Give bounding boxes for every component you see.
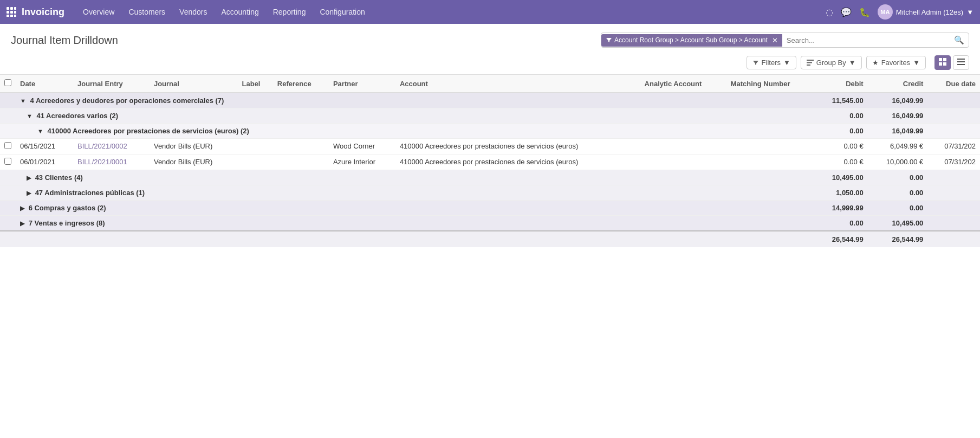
nav-vendors[interactable]: Vendors [174,4,212,20]
table-row: 06/15/2021 BILL/2021/0002 Vendor Bills (… [0,139,980,154]
svg-rect-14 [939,62,942,66]
filters-button[interactable]: Filters ▼ [747,56,796,69]
collapse-icon[interactable]: ▶ [27,190,31,196]
collapse-icon[interactable]: ▶ [27,175,31,181]
group-row-indent [0,93,16,108]
group-row-indent [0,170,16,185]
group-debit: 1,050.00 [815,185,868,201]
collapse-icon[interactable]: ▼ [27,113,33,119]
cell-account: 410000 Acreedores por prestaciones de se… [395,139,640,154]
col-label: Label [238,75,273,93]
cell-due-date: 07/31/202 [927,139,980,154]
group-due [927,185,980,201]
svg-rect-5 [14,11,16,14]
app-brand[interactable]: Invoicing [22,7,64,18]
filters-arrow-icon: ▼ [783,59,790,67]
search-filter-badge: Account Root Group > Account Sub Group >… [601,34,782,47]
cell-journal-entry[interactable]: BILL/2021/0001 [73,154,150,170]
favorites-button[interactable]: ★ Favorites ▼ [866,56,926,69]
row-checkbox[interactable] [4,142,11,149]
collapse-icon[interactable]: ▶ [20,220,24,227]
svg-rect-11 [807,65,810,66]
user-dropdown-icon: ▼ [966,8,973,16]
avatar: MA [878,4,893,20]
bug-icon[interactable]: 🐛 [859,7,870,17]
group-row[interactable]: ▼ 410000 Acreedores por prestaciones de … [0,124,980,139]
group-due [927,216,980,231]
group-row[interactable]: ▶ 7 Ventas e ingresos (8) 0.00 10,495.00 [0,216,980,231]
user-name: Mitchell Admin (12es) [896,8,963,16]
group-row-indent [0,201,16,216]
clock-icon[interactable]: ◌ [826,7,833,17]
collapse-icon[interactable]: ▼ [20,98,26,104]
table-header-row: Date Journal Entry Journal Label Referen… [0,75,980,93]
group-debit: 10,495.00 [815,170,868,185]
group-by-button[interactable]: Group By ▼ [801,56,862,69]
group-row-label[interactable]: ▶ 43 Clientes (4) [16,170,815,185]
group-row[interactable]: ▶ 47 Administraciones públicas (1) 1,050… [0,185,980,201]
group-row-label[interactable]: ▶ 7 Ventas e ingresos (8) [16,216,815,231]
grid-menu-icon[interactable] [7,7,16,17]
group-row-indent [0,108,16,124]
svg-rect-6 [7,15,9,17]
search-filter-close[interactable]: ✕ [772,36,778,44]
nav-reporting[interactable]: Reporting [268,4,311,20]
collapse-icon[interactable]: ▶ [20,205,24,211]
row-checkbox-cell[interactable] [0,154,16,170]
select-all-checkbox[interactable] [4,79,11,86]
view-list-button[interactable] [953,55,969,70]
col-journal: Journal [150,75,238,93]
row-checkbox-cell[interactable] [0,139,16,154]
nav-configuration[interactable]: Configuration [314,4,370,20]
collapse-icon[interactable]: ▼ [37,128,43,134]
svg-rect-15 [943,62,946,66]
chat-icon[interactable]: 💬 [841,7,852,17]
group-row-indent [0,185,16,201]
cell-analytic [640,139,726,154]
group-due [927,170,980,185]
svg-rect-9 [807,60,814,61]
group-row[interactable]: ▶ 6 Compras y gastos (2) 14,999.99 0.00 [0,201,980,216]
search-submit-icon[interactable]: 🔍 [950,33,969,47]
svg-rect-0 [7,7,9,10]
cell-reference [273,139,329,154]
totals-spacer [0,231,815,247]
select-all-header[interactable] [0,75,16,93]
group-row[interactable]: ▶ 43 Clientes (4) 10,495.00 0.00 [0,170,980,185]
group-row-label[interactable]: ▼ 410000 Acreedores por prestaciones de … [16,124,815,139]
view-kanban-button[interactable] [934,55,951,70]
table-row: 06/01/2021 BILL/2021/0001 Vendor Bills (… [0,154,980,170]
cell-journal-entry[interactable]: BILL/2021/0002 [73,139,150,154]
cell-debit: 0.00 € [815,139,868,154]
search-input[interactable] [782,34,950,47]
favorites-arrow-icon: ▼ [913,59,920,67]
col-credit: Credit [868,75,928,93]
row-checkbox[interactable] [4,158,11,165]
group-row-label[interactable]: ▼ 41 Acreedores varios (2) [16,108,815,124]
user-menu[interactable]: MA Mitchell Admin (12es) ▼ [878,4,973,20]
group-row-label[interactable]: ▼ 4 Acreedores y deudores por operacione… [16,93,815,108]
group-row-label[interactable]: ▶ 47 Administraciones públicas (1) [16,185,815,201]
group-due [927,93,980,108]
topnav-actions: ◌ 💬 🐛 MA Mitchell Admin (12es) ▼ [826,4,973,20]
svg-rect-12 [939,58,942,61]
col-matching-number: Matching Number [726,75,815,93]
svg-rect-7 [10,15,13,17]
cell-account: 410000 Acreedores por prestaciones de se… [395,154,640,170]
nav-accounting[interactable]: Accounting [216,4,264,20]
nav-overview[interactable]: Overview [77,4,120,20]
group-row[interactable]: ▼ 41 Acreedores varios (2) 0.00 16,049.9… [0,108,980,124]
svg-rect-2 [14,7,16,10]
cell-credit: 10,000.00 € [868,154,928,170]
cell-matching [726,139,815,154]
group-row-label[interactable]: ▶ 6 Compras y gastos (2) [16,201,815,216]
nav-customers[interactable]: Customers [123,4,171,20]
group-credit: 0.00 [868,170,928,185]
data-table-container: Date Journal Entry Journal Label Referen… [0,74,980,247]
group-row-indent [0,124,16,139]
col-reference: Reference [273,75,329,93]
group-debit: 0.00 [815,216,868,231]
group-credit: 16,049.99 [868,93,928,108]
group-row-indent [0,216,16,231]
group-row[interactable]: ▼ 4 Acreedores y deudores por operacione… [0,93,980,108]
